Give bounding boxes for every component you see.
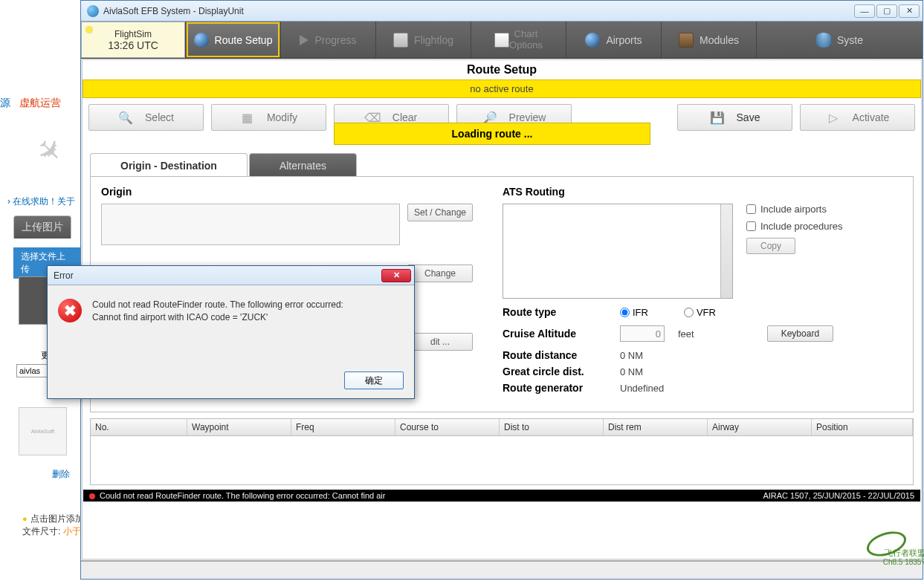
clock-panel: FlightSim 13:26 UTC bbox=[81, 22, 185, 58]
clock-source: FlightSim bbox=[114, 29, 152, 39]
document-icon bbox=[494, 33, 509, 48]
route-type-label: Route type bbox=[503, 306, 607, 318]
modify-button[interactable]: ▦Modify bbox=[211, 104, 326, 131]
col-no[interactable]: No. bbox=[91, 419, 187, 435]
error-titlebar[interactable]: Error ✕ bbox=[48, 266, 414, 285]
app-icon bbox=[87, 5, 99, 17]
keyboard-button[interactable]: Keyboard bbox=[767, 325, 833, 342]
col-distto[interactable]: Dist to bbox=[500, 419, 604, 435]
globe-icon bbox=[585, 33, 600, 48]
col-waypoint[interactable]: Waypoint bbox=[187, 419, 291, 435]
route-distance-label: Route distance bbox=[503, 349, 607, 361]
database-icon bbox=[816, 33, 831, 48]
ifr-radio[interactable]: IFR bbox=[620, 307, 648, 318]
table-header: No. Waypoint Freq Course to Dist to Dist… bbox=[91, 419, 913, 436]
window-title: AivlaSoft EFB System - DisplayUnit bbox=[103, 6, 854, 16]
status-message: Could not read RouteFinder route. The fo… bbox=[100, 491, 385, 500]
error-dot-icon bbox=[89, 493, 95, 499]
error-icon: ✖ bbox=[58, 299, 82, 322]
cruise-altitude-input[interactable] bbox=[620, 325, 665, 342]
save-button[interactable]: 💾Save bbox=[677, 104, 792, 131]
tab-progress[interactable]: Progress bbox=[280, 22, 375, 58]
select-button[interactable]: 🔍Select bbox=[88, 104, 204, 131]
bg-tip2: 文件尺寸: 小于 bbox=[22, 525, 81, 538]
error-title: Error bbox=[54, 270, 381, 281]
route-status-bar: no active route bbox=[83, 80, 921, 98]
include-airports-checkbox[interactable]: Include airports bbox=[746, 204, 843, 215]
bg-nav-fragment: 源 虚航运营 bbox=[0, 97, 61, 110]
briefcase-icon bbox=[679, 33, 694, 48]
search-icon: 🔍 bbox=[118, 110, 133, 125]
cruise-altitude-label: Cruise Altitude bbox=[503, 328, 607, 340]
tab-airports[interactable]: Airports bbox=[566, 22, 661, 58]
vfr-radio[interactable]: VFR bbox=[684, 307, 716, 318]
bg-help-link[interactable]: › 在线求助！关于 bbox=[7, 195, 75, 208]
thumbnail[interactable]: AivlaSoft bbox=[19, 407, 67, 455]
airac-info: AIRAC 1507, 25/JUN/2015 - 22/JUL/2015 bbox=[763, 491, 914, 500]
save-icon: 💾 bbox=[710, 110, 725, 125]
error-dialog: Error ✕ ✖ Could not read RouteFinder rou… bbox=[47, 265, 415, 399]
bg-nav-item[interactable]: 虚航运营 bbox=[19, 97, 61, 110]
loading-banner: Loading route ... bbox=[334, 123, 650, 145]
watermark-logo: 飞行者联盟 Ch8.5 18357 bbox=[862, 528, 924, 569]
route-distance-value: 0 NM bbox=[620, 350, 643, 361]
window-bottom-bar bbox=[81, 560, 923, 579]
page-title: Route Setup bbox=[83, 60, 921, 80]
ats-routing-textarea[interactable] bbox=[503, 204, 733, 299]
upload-tab[interactable]: 上传图片 bbox=[13, 215, 71, 239]
great-circle-label: Great circle dist. bbox=[503, 366, 607, 377]
plane-icon: ✈ bbox=[29, 130, 71, 172]
route-generator-value: Undefined bbox=[620, 383, 664, 394]
globe-icon bbox=[194, 33, 209, 48]
maximize-button[interactable]: ▢ bbox=[876, 4, 897, 18]
altitude-unit: feet bbox=[678, 328, 694, 340]
error-ok-button[interactable]: 确定 bbox=[344, 372, 404, 389]
error-close-button[interactable]: ✕ bbox=[381, 269, 411, 282]
great-circle-value: 0 NM bbox=[620, 366, 643, 377]
tab-flightlog[interactable]: Flightlog bbox=[375, 22, 471, 58]
activate-icon: ▷ bbox=[826, 110, 841, 125]
calendar-icon bbox=[393, 33, 408, 48]
col-airway[interactable]: Airway bbox=[708, 419, 812, 435]
edit-button[interactable]: dit ... bbox=[407, 333, 473, 351]
status-line: Could not read RouteFinder route. The fo… bbox=[83, 490, 920, 502]
top-toolbar: FlightSim 13:26 UTC Route Setup Progress… bbox=[81, 22, 923, 59]
include-procedures-checkbox[interactable]: Include procedures bbox=[746, 221, 843, 232]
origin-display bbox=[101, 204, 400, 245]
bulb-icon: ● bbox=[22, 514, 28, 523]
route-tabs: Origin - Destination Alternates bbox=[90, 153, 921, 176]
delete-link[interactable]: 删除 bbox=[52, 468, 70, 481]
tab-route-setup[interactable]: Route Setup bbox=[185, 22, 280, 58]
activate-button[interactable]: ▷Activate bbox=[800, 104, 915, 131]
window-titlebar[interactable]: AivlaSoft EFB System - DisplayUnit — ▢ ✕ bbox=[81, 1, 923, 22]
bg-tip: ●点击图片添加 bbox=[22, 513, 84, 525]
tab-modules[interactable]: Modules bbox=[661, 22, 756, 58]
tab-origin-destination[interactable]: Origin - Destination bbox=[90, 153, 248, 176]
error-message: Could not read RouteFinder route. The fo… bbox=[92, 299, 343, 324]
col-freq[interactable]: Freq bbox=[291, 419, 395, 435]
destination-change-button[interactable]: Change bbox=[407, 265, 473, 282]
origin-setchange-button[interactable]: Set / Change bbox=[407, 204, 473, 221]
grid-icon: ▦ bbox=[240, 110, 255, 125]
tab-alternates[interactable]: Alternates bbox=[249, 153, 357, 176]
minimize-button[interactable]: — bbox=[854, 4, 875, 18]
scrollbar[interactable] bbox=[720, 204, 732, 298]
ats-routing-label: ATS Routing bbox=[503, 186, 902, 198]
copy-button[interactable]: Copy bbox=[746, 238, 795, 254]
close-button[interactable]: ✕ bbox=[899, 4, 920, 18]
bg-nav-item[interactable]: 源 bbox=[0, 97, 10, 110]
tab-chart-options[interactable]: ChartOptions bbox=[471, 22, 566, 58]
col-position[interactable]: Position bbox=[812, 419, 913, 435]
origin-label: Origin bbox=[101, 186, 473, 198]
bg-text-input[interactable] bbox=[16, 364, 50, 377]
col-course[interactable]: Course to bbox=[395, 419, 500, 435]
play-icon bbox=[300, 35, 308, 45]
tab-system[interactable]: Syste bbox=[756, 22, 923, 58]
col-distrem[interactable]: Dist rem bbox=[604, 419, 708, 435]
waypoint-table: No. Waypoint Freq Course to Dist to Dist… bbox=[90, 418, 914, 485]
clock-time: 13:26 UTC bbox=[108, 39, 158, 51]
route-generator-label: Route generator bbox=[503, 382, 607, 394]
